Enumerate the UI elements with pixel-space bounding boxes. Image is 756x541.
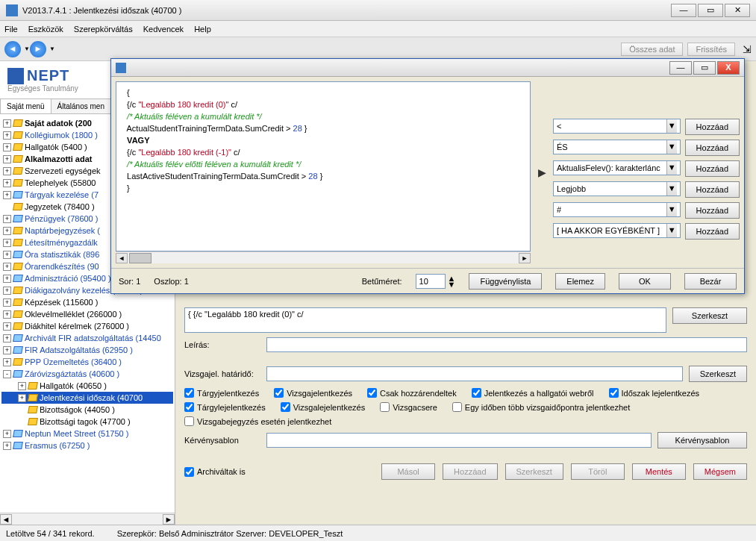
kervenysablon-button[interactable]: Kérvénysablon — [657, 432, 747, 448]
torol-button[interactable]: Töröl — [571, 463, 625, 480]
tree-item[interactable]: +Hallgatók (40650 ) — [1, 380, 173, 392]
vizsga-hatarido-input[interactable] — [266, 366, 683, 381]
frissites-button[interactable]: Frissítés — [687, 43, 735, 56]
kervenysablon-input[interactable] — [266, 433, 652, 448]
tree-item[interactable]: +Archivált FIR adatszolgáltatás (14450 — [1, 332, 173, 344]
fontsize-spinner[interactable]: ▲▼ — [416, 274, 456, 289]
tab-altalanos[interactable]: Általános men — [51, 98, 111, 113]
statusbar: Letöltve 54 / 341 rekord. Szerepkör: Bel… — [0, 525, 756, 541]
elemez-button[interactable]: Elemez — [555, 273, 605, 290]
combo[interactable]: [ HA AKKOR EGYÉBKÉNT ]▼ — [553, 223, 681, 238]
checkbox-tárgyjelentkezés[interactable]: Tárgyjelentkezés — [184, 388, 259, 398]
osszes-adat-button[interactable]: Összes adat — [621, 43, 683, 56]
tree-item[interactable]: -Záróvizsgáztatás (40600 ) — [1, 368, 173, 380]
dialog-icon — [116, 63, 126, 73]
nav-fwd-button[interactable]: ► — [30, 41, 46, 57]
close-button[interactable]: ✕ — [725, 4, 750, 17]
dialog-footer: Sor: 1 Oszlop: 1 Betűméret: ▲▼ Függvényl… — [111, 268, 744, 293]
menu-eszkozok[interactable]: Eszközök — [28, 25, 63, 34]
tree-item[interactable]: +Neptun Meet Street (51750 ) — [1, 428, 173, 440]
combo[interactable]: <▼ — [553, 119, 681, 134]
menu-szerepkor[interactable]: Szerepkörváltás — [74, 25, 133, 34]
code-hscroll[interactable]: ◄► — [116, 251, 531, 263]
window-title: V2013.7.4.1 : Jelentkezési időszak (4070… — [22, 6, 181, 15]
tree-item[interactable]: +PPP Üzemeltetés (36400 ) — [1, 356, 173, 368]
checkbox-vizsgalejelentkezés[interactable]: Vizsgalejelentkezés — [281, 402, 365, 412]
hozzaad-combo-button[interactable]: Hozzáad — [685, 202, 740, 219]
expression-dialog: — ▭ X { {/c "Legalább 180 kredit (0)" c/… — [110, 58, 745, 294]
checkbox-grid: TárgyjelentkezésVizsgajelentkezésCsak ho… — [184, 388, 747, 426]
dialog-maximize-button[interactable]: ▭ — [693, 61, 716, 75]
mentes-button[interactable]: Mentés — [632, 463, 686, 480]
hozzaad-combo-button[interactable]: Hozzáad — [685, 119, 740, 135]
fuggvenylista-button[interactable]: Függvénylista — [469, 273, 542, 290]
maximize-button[interactable]: ▭ — [698, 4, 723, 17]
checkbox-tárgylejelentkezés[interactable]: Tárgylejelentkezés — [184, 402, 266, 412]
tab-sajat-menu[interactable]: Saját menü — [0, 98, 51, 113]
brand-name: NEPT — [27, 67, 69, 84]
tree-item[interactable]: Bizottságok (44050 ) — [1, 404, 173, 416]
status-mid: Szerepkör: Belső Adminisztrátor Szerver:… — [117, 529, 343, 538]
checkbox-csak-hozzárendeltek[interactable]: Csak hozzárendeltek — [367, 388, 457, 398]
szerkeszt-button-2[interactable]: Szerkeszt — [689, 366, 747, 382]
condition-preview: { {/c "Legalább 180 kredit (0)" c/ — [184, 307, 666, 333]
tree-item[interactable]: +Képzések (115600 ) — [1, 296, 173, 308]
dialog-minimize-button[interactable]: — — [669, 61, 692, 75]
bezar-button[interactable]: Bezár — [684, 273, 737, 290]
combo[interactable]: #▼ — [553, 202, 681, 217]
checkbox-időszak-lejelentkezés[interactable]: Időszak lejelentkezés — [609, 388, 700, 398]
combo[interactable]: ÉS▼ — [553, 140, 681, 154]
status-left: Letöltve 54 / 341 rekord. — [6, 529, 95, 538]
menu-kedvencek[interactable]: Kedvencek — [143, 25, 184, 34]
cursor-col: Oszlop: 1 — [154, 277, 188, 286]
minimize-button[interactable]: — — [671, 4, 696, 17]
combo[interactable]: AktualisFelev(): karakterlánc▼ — [553, 160, 681, 175]
checkbox-vizsgajelentkezés[interactable]: Vizsgajelentkezés — [274, 388, 352, 398]
cursor-row: Sor: 1 — [119, 277, 140, 286]
nav-back-button[interactable]: ◄ — [4, 41, 21, 57]
dialog-close-button[interactable]: X — [717, 61, 740, 75]
checkbox-vizsgacsere[interactable]: Vizsgacsere — [380, 402, 437, 412]
logo-icon — [7, 68, 24, 84]
tree-item[interactable]: +Jelentkezési időszak (40700 — [1, 392, 173, 404]
szerkeszt-button-3[interactable]: Szerkeszt — [505, 463, 563, 480]
hozzaad-button[interactable]: Hozzáad — [443, 463, 497, 480]
menu-help[interactable]: Help — [194, 25, 211, 34]
checkbox-vizsgabejegyzés-esetén-jelentkezhet[interactable]: Vizsgabejegyzés esetén jelentkezhet — [184, 416, 331, 426]
hozzaad-combo-button[interactable]: Hozzáad — [685, 160, 740, 177]
code-editor[interactable]: { {/c "Legalább 180 kredit (0)" c/ /* Ak… — [116, 81, 531, 251]
hozzaad-combo-button[interactable]: Hozzáad — [685, 223, 740, 240]
tree-item[interactable]: +FIR Adatszolgáltatás (62950 ) — [1, 344, 173, 356]
combo[interactable]: Legjobb▼ — [553, 181, 681, 196]
masol-button[interactable]: Másol — [381, 463, 435, 480]
leiras-input[interactable] — [266, 337, 747, 352]
hozzaad-combo-button[interactable]: Hozzáad — [685, 140, 740, 156]
tree-hscroll[interactable]: ◄ ► — [0, 513, 175, 525]
szerkeszt-button-1[interactable]: Szerkeszt — [672, 307, 747, 324]
tree-item[interactable]: +Diákhitel kérelmek (276000 ) — [1, 320, 173, 332]
checkbox-jelentkezés-a-hallgatói-webről[interactable]: Jelentkezés a hallgatói webről — [472, 388, 594, 398]
menu-file[interactable]: File — [4, 25, 18, 34]
tree-item[interactable]: +Oklevélmelléklet (266000 ) — [1, 308, 173, 320]
combo-column: <▼HozzáadÉS▼HozzáadAktualisFelev(): kara… — [553, 81, 740, 263]
tree-item[interactable]: Bizottsági tagok (47700 ) — [1, 416, 173, 428]
menubar: File Eszközök Szerepkörváltás Kedvencek … — [0, 21, 756, 37]
ok-button[interactable]: OK — [619, 273, 671, 290]
kervenysablon-label: Kérvénysablon — [184, 436, 266, 445]
main-titlebar: V2013.7.4.1 : Jelentkezési időszak (4070… — [0, 0, 756, 21]
megsem-button[interactable]: Mégsem — [693, 463, 747, 480]
transfer-arrow-icon[interactable]: ▶ — [538, 166, 546, 178]
pin-icon[interactable]: ⇲ — [743, 43, 752, 55]
leiras-label: Leírás: — [184, 340, 266, 349]
app-icon — [6, 4, 18, 16]
vizsga-hatarido-label: Vizsgajel. határidő: — [184, 369, 266, 378]
hozzaad-combo-button[interactable]: Hozzáad — [685, 181, 740, 198]
dialog-titlebar[interactable]: — ▭ X — [111, 59, 744, 77]
checkbox-egy-időben-több-vizsgaidőpontra-jelentkezhet[interactable]: Egy időben több vizsgaidőpontra jelentke… — [452, 402, 630, 412]
fontsize-label: Betűméret: — [362, 277, 402, 286]
archivaltak-check[interactable]: Archiváltak is — [184, 467, 246, 477]
tree-item[interactable]: +Erasmus (67250 ) — [1, 440, 173, 451]
